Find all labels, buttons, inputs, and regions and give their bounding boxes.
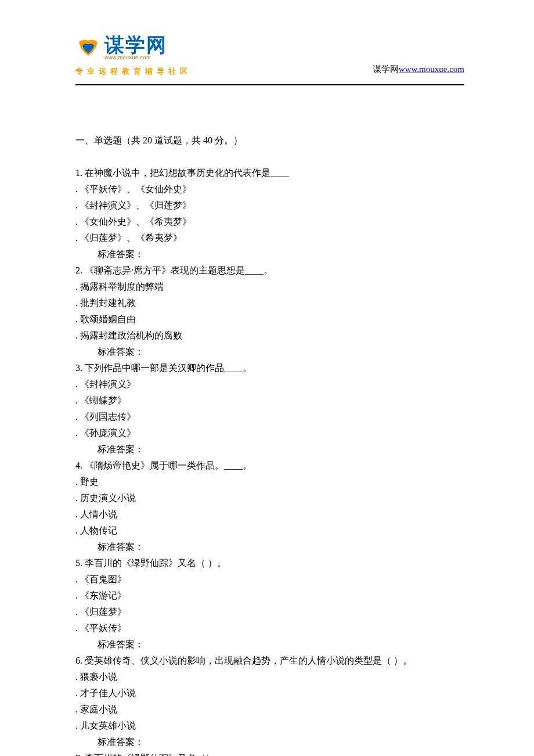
option-line: . 儿女英雄小说 bbox=[75, 718, 464, 734]
question-number: 3. bbox=[75, 363, 82, 373]
question-line: 6. 受英雄传奇、侠义小说的影响，出现融合趋势，产生的人情小说的类型是（ ）。 bbox=[75, 653, 464, 669]
option-line: . 《封神演义》 bbox=[75, 376, 464, 393]
header-divider bbox=[75, 84, 464, 85]
option-line: . 《归莲梦》、《希夷梦》 bbox=[75, 230, 464, 246]
option-line: . 《百鬼图》 bbox=[75, 571, 464, 588]
logo-icon bbox=[75, 37, 101, 60]
header-right-link[interactable]: www.mouxue.com bbox=[399, 64, 464, 74]
option-line: . 才子佳人小说 bbox=[75, 685, 464, 701]
questions-container: 1. 在神魔小说中，把幻想故事历史化的代表作是____. 《平妖传》、《女仙外史… bbox=[75, 165, 464, 756]
option-line: . 人物传记 bbox=[75, 523, 464, 539]
question-number: 1. bbox=[75, 168, 82, 178]
option-line: . 《平妖传》、《女仙外史》 bbox=[75, 181, 464, 197]
question-line: 4. 《隋炀帝艳史》属于哪一类作品。____。 bbox=[75, 458, 464, 474]
question-line: 5. 李百川的《绿野仙踪》又名（ ）。 bbox=[75, 555, 464, 571]
option-line: . 揭露封建政治机构的腐败 bbox=[75, 327, 464, 344]
page-header: 谋学网 www.mouxue.com 专业远程教育辅导社区 谋学网www.mou… bbox=[75, 35, 464, 78]
option-line: . 人情小说 bbox=[75, 506, 464, 523]
question-text: 李百川的《绿野仙踪》又名（ ）。 bbox=[82, 558, 226, 568]
option-line: . 野史 bbox=[75, 474, 464, 490]
question-line: 7. 李百川的《绿野仙踪》又名（） bbox=[75, 750, 464, 756]
option-line: . 《蝴蝶梦》 bbox=[75, 393, 464, 409]
logo-main: 谋学网 www.mouxue.com bbox=[75, 35, 192, 63]
answer-line: 标准答案： bbox=[75, 539, 464, 555]
question-number: 5. bbox=[75, 558, 82, 568]
question-line: 1. 在神魔小说中，把幻想故事历史化的代表作是____ bbox=[75, 165, 464, 181]
logo-cn-text: 谋学网 bbox=[104, 35, 167, 55]
question-number: 4. bbox=[75, 460, 82, 470]
question-line: 2. 《聊斋志异·席方平》表现的主题思想是____。 bbox=[75, 262, 464, 279]
answer-line: 标准答案： bbox=[75, 344, 464, 360]
section-title: 一、单选题（共 20 道试题，共 40 分。） bbox=[75, 132, 464, 149]
option-line: . 批判封建礼教 bbox=[75, 295, 464, 311]
answer-line: 标准答案： bbox=[75, 636, 464, 653]
option-line: . 历史演义小说 bbox=[75, 490, 464, 506]
question-text: 下列作品中哪一部是关汉卿的作品____。 bbox=[82, 363, 252, 373]
option-line: . 《女仙外史》、《希夷梦》 bbox=[75, 214, 464, 230]
question-text: 《隋炀帝艳史》属于哪一类作品。____。 bbox=[82, 460, 252, 470]
option-line: . 《归莲梦》 bbox=[75, 604, 464, 620]
logo-block: 谋学网 www.mouxue.com 专业远程教育辅导社区 bbox=[75, 35, 192, 78]
logo-text-block: 谋学网 www.mouxue.com bbox=[104, 35, 167, 63]
answer-line: 标准答案： bbox=[75, 441, 464, 458]
answer-line: 标准答案： bbox=[75, 246, 464, 262]
content-area: 一、单选题（共 20 道试题，共 40 分。） 1. 在神魔小说中，把幻想故事历… bbox=[75, 132, 464, 756]
header-right-label: 谋学网 bbox=[373, 64, 399, 74]
question-number: 7. bbox=[75, 753, 82, 756]
question-text: 《聊斋志异·席方平》表现的主题思想是____。 bbox=[82, 265, 273, 275]
option-line: . 家庭小说 bbox=[75, 701, 464, 718]
question-line: 3. 下列作品中哪一部是关汉卿的作品____。 bbox=[75, 360, 464, 376]
option-line: . 《平妖传》 bbox=[75, 620, 464, 636]
option-line: . 《封神演义》、《归莲梦》 bbox=[75, 197, 464, 214]
option-line: . 揭露科举制度的弊端 bbox=[75, 279, 464, 295]
question-number: 2. bbox=[75, 265, 82, 275]
option-line: . 《东游记》 bbox=[75, 588, 464, 604]
option-line: . 歌颂婚姻自由 bbox=[75, 311, 464, 327]
header-right: 谋学网www.mouxue.com bbox=[373, 62, 464, 78]
option-line: . 猥亵小说 bbox=[75, 669, 464, 685]
question-number: 6. bbox=[75, 656, 82, 665]
question-text: 受英雄传奇、侠义小说的影响，出现融合趋势，产生的人情小说的类型是（ ）。 bbox=[82, 656, 412, 665]
option-line: . 《孙庞演义》 bbox=[75, 425, 464, 441]
option-line: . 《列国志传》 bbox=[75, 409, 464, 425]
answer-line: 标准答案： bbox=[75, 734, 464, 750]
question-text: 李百川的《绿野仙踪》又名（） bbox=[82, 753, 215, 756]
question-text: 在神魔小说中，把幻想故事历史化的代表作是____ bbox=[82, 168, 289, 178]
logo-subtitle: 专业远程教育辅导社区 bbox=[75, 65, 192, 78]
